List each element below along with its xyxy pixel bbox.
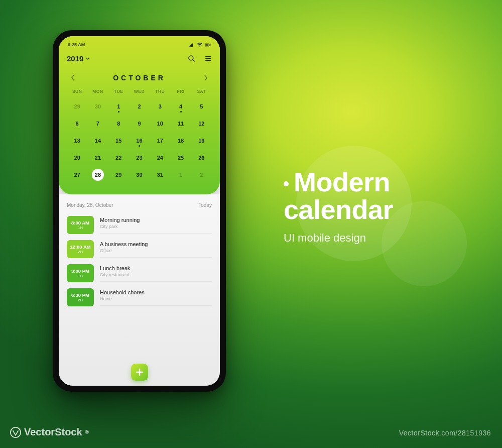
calendar-day[interactable]: 8	[108, 115, 129, 132]
calendar-week: 6789101112	[67, 115, 212, 132]
event-time: 12:00 AM	[70, 244, 90, 250]
event-item[interactable]: 12:00 AM 2H A business meeting Office	[67, 237, 212, 261]
status-bar: 6:25 AM	[67, 41, 212, 52]
dow-label: FRI	[170, 89, 191, 98]
event-title: A business meeting	[100, 241, 212, 247]
calendar-day[interactable]: 18	[170, 132, 191, 149]
logo-icon	[10, 427, 21, 438]
calendar-day[interactable]: 4	[170, 98, 191, 115]
event-info: Morning running City park	[100, 217, 212, 234]
calendar-day[interactable]: 12	[191, 115, 212, 132]
calendar-day[interactable]: 22	[108, 149, 129, 166]
calendar-day[interactable]: 6	[67, 115, 87, 132]
calendar-day[interactable]: 19	[191, 132, 212, 149]
calendar-day[interactable]: 2	[129, 98, 150, 115]
calendar-day[interactable]: 29	[67, 98, 87, 115]
year-selector[interactable]: 2019	[67, 54, 90, 63]
event-item[interactable]: 8:00 AM 1H Morning running City park	[67, 213, 212, 237]
watermark-id: VectorStock.com/28151936	[399, 429, 491, 437]
calendar-day[interactable]: 17	[150, 132, 170, 149]
calendar-day[interactable]: 13	[67, 132, 87, 149]
svg-point-8	[189, 56, 193, 60]
calendar-day[interactable]: 28	[87, 166, 108, 183]
svg-rect-7	[210, 44, 210, 45]
event-item[interactable]: 3:00 PM 1H Lunch break City restaurant	[67, 261, 212, 285]
calendar-day[interactable]: 14	[87, 132, 108, 149]
event-duration: 2H	[78, 250, 83, 254]
calendar-day[interactable]: 10	[150, 115, 170, 132]
calendar-day[interactable]: 29	[108, 166, 129, 183]
chevron-down-icon	[85, 56, 90, 61]
promo-title-line2: calendar	[284, 194, 393, 225]
add-event-button[interactable]	[131, 364, 148, 381]
event-time-badge: 8:00 AM 1H	[67, 216, 94, 234]
event-item[interactable]: 6:30 PM 2H Household chores Home	[67, 285, 212, 309]
calendar-day[interactable]: 15	[108, 132, 129, 149]
calendar-day[interactable]: 25	[170, 149, 191, 166]
event-info: Lunch break City restaurant	[100, 265, 212, 282]
status-time: 6:25 AM	[68, 42, 85, 47]
watermark-site: VectorStock®	[10, 426, 89, 438]
battery-icon	[205, 43, 211, 47]
prev-month-button[interactable]	[71, 75, 75, 81]
event-time-badge: 12:00 AM 2H	[67, 240, 94, 258]
calendar-day[interactable]: 1	[108, 98, 129, 115]
event-time: 3:00 PM	[71, 268, 89, 274]
plus-icon	[136, 368, 144, 376]
event-location: Office	[100, 248, 212, 253]
today-link[interactable]: Today	[198, 202, 212, 208]
calendar-day[interactable]: 21	[87, 149, 108, 166]
calendar-day[interactable]: 11	[170, 115, 191, 132]
events-panel: Monday, 28, October Today 8:00 AM 1H Mor…	[59, 194, 220, 386]
phone-frame: 6:25 AM 2019 OCTOBER	[53, 30, 226, 392]
calendar-day[interactable]: 26	[191, 149, 212, 166]
screen: 6:25 AM 2019 OCTOBER	[59, 36, 220, 386]
dow-label: SUN	[67, 89, 87, 98]
calendar-week: 293012345	[67, 98, 212, 115]
calendar-day[interactable]: 7	[87, 115, 108, 132]
dow-label: MON	[87, 89, 108, 98]
calendar-day[interactable]: 20	[67, 149, 87, 166]
calendar-day[interactable]: 9	[129, 115, 150, 132]
year-label: 2019	[67, 54, 83, 63]
calendar-day[interactable]: 24	[150, 149, 170, 166]
calendar-day[interactable]: 30	[129, 166, 150, 183]
wifi-icon	[197, 43, 203, 47]
month-nav: OCTOBER	[67, 70, 212, 89]
event-location: City park	[100, 224, 212, 229]
calendar-day[interactable]: 31	[150, 166, 170, 183]
promo-title-line1: Modern	[294, 167, 390, 197]
decorative-circle	[382, 201, 467, 286]
event-title: Morning running	[100, 217, 212, 223]
promo-subtitle: UI mobile design	[284, 232, 393, 245]
event-duration: 1H	[78, 226, 83, 230]
event-location: City restaurant	[100, 272, 212, 277]
signal-icon	[189, 43, 195, 47]
calendar-day[interactable]: 5	[191, 98, 212, 115]
day-of-week-row: SUNMONTUEWEDTHUFRISAT	[67, 89, 212, 98]
calendar-day[interactable]: 3	[150, 98, 170, 115]
event-title: Lunch break	[100, 265, 212, 271]
event-duration: 2H	[78, 298, 83, 302]
calendar-day[interactable]: 1	[170, 166, 191, 183]
app-bar: 2019	[67, 52, 212, 70]
event-duration: 1H	[78, 274, 83, 278]
menu-icon[interactable]	[204, 55, 212, 62]
events-date: Monday, 28, October	[67, 202, 113, 208]
search-icon[interactable]	[188, 55, 195, 62]
promo-block: Modern calendar UI mobile design	[284, 168, 393, 245]
calendar-day[interactable]: 27	[67, 166, 87, 183]
calendar-day[interactable]: 2	[191, 166, 212, 183]
calendar-day[interactable]: 23	[129, 149, 150, 166]
calendar-day[interactable]: 16	[129, 132, 150, 149]
dow-label: THU	[150, 89, 170, 98]
dow-label: WED	[129, 89, 150, 98]
next-month-button[interactable]	[204, 75, 208, 81]
dow-label: SAT	[191, 89, 212, 98]
event-time-badge: 3:00 PM 1H	[67, 264, 94, 282]
calendar-day[interactable]: 30	[87, 98, 108, 115]
svg-rect-2	[190, 45, 191, 47]
svg-rect-6	[205, 44, 208, 45]
calendar-week: 272829303112	[67, 166, 212, 183]
calendar-week: 20212223242526	[67, 149, 212, 166]
